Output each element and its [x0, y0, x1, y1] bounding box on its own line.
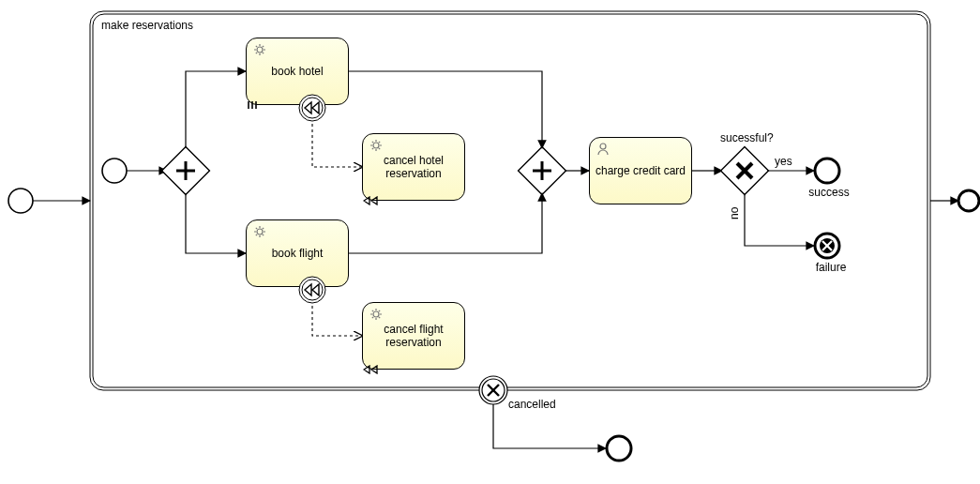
bpmn-canvas: { "process": { "subprocess_title": "make…: [0, 0, 980, 484]
start-event-outer: [8, 189, 33, 213]
subprocess-title: make reservations: [101, 19, 193, 32]
task-label: charge credit card: [596, 164, 686, 177]
svg-point-57: [257, 47, 263, 53]
end-event-failure: [815, 234, 839, 258]
task-cancel-flight[interactable]: cancel flight reservation: [362, 302, 465, 370]
task-book-flight[interactable]: book flight: [246, 219, 349, 287]
boundary-label-cancelled: cancelled: [508, 398, 556, 411]
connector-layer: [0, 0, 980, 484]
gateway-parallel-join: [519, 147, 566, 195]
svg-point-67: [373, 311, 379, 317]
task-label: cancel flight reservation: [367, 323, 460, 350]
svg-point-63: [373, 143, 379, 148]
svg-rect-1: [93, 14, 927, 387]
boundary-compensation-hotel[interactable]: [298, 94, 326, 122]
end-event-success: [815, 159, 839, 183]
task-label: book hotel: [271, 65, 323, 78]
task-label: cancel hotel reservation: [367, 154, 460, 181]
edge-label-yes: yes: [775, 155, 792, 168]
boundary-compensation-flight[interactable]: [298, 276, 326, 304]
task-book-hotel[interactable]: book hotel: [246, 38, 349, 105]
svg-point-64: [257, 229, 263, 234]
end-label-failure: failure: [812, 261, 850, 274]
gateway-label: sucessful?: [720, 131, 774, 144]
task-charge-credit-card[interactable]: charge credit card: [589, 137, 692, 204]
gateway-parallel-split: [162, 147, 210, 195]
start-event-inner: [102, 159, 127, 183]
gateway-exclusive: [721, 147, 769, 195]
edge-label-no: no: [728, 207, 741, 219]
task-label: book flight: [272, 247, 324, 260]
end-label-success: success: [808, 186, 850, 199]
task-cancel-hotel[interactable]: cancel hotel reservation: [362, 133, 465, 201]
svg-rect-0: [90, 11, 930, 390]
svg-point-68: [600, 144, 606, 149]
